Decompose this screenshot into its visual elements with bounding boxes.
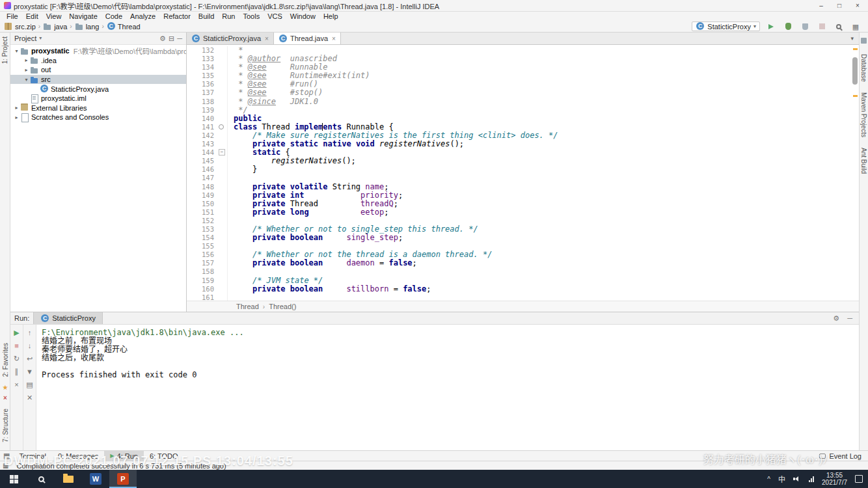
tree-arrow-icon[interactable]: ▸ — [13, 105, 20, 111]
line-number[interactable]: 145 — [187, 157, 217, 165]
menu-window[interactable]: Window — [286, 12, 319, 20]
gutter-area[interactable] — [217, 63, 228, 72]
gutter-area[interactable] — [217, 55, 228, 63]
search-button[interactable] — [27, 470, 55, 488]
close-icon[interactable]: × — [332, 35, 336, 42]
action-center-icon[interactable] — [855, 475, 863, 483]
chevron-down-icon[interactable]: ▾ — [39, 34, 42, 43]
powerpoint-icon[interactable]: P — [109, 470, 137, 488]
line-number[interactable]: 134 — [187, 63, 217, 72]
breadcrumb-item-src-zip[interactable]: src.zip — [4, 22, 36, 31]
line-number[interactable]: 148 — [187, 183, 217, 191]
event-log-button[interactable]: Event Log — [819, 452, 868, 460]
tool-window-button-0-messages[interactable]: 0: Messages — [52, 451, 104, 461]
menu-vcs[interactable]: VCS — [264, 12, 286, 20]
gutter-area[interactable] — [217, 277, 228, 285]
gutter-area[interactable] — [217, 208, 228, 217]
gutter-area[interactable] — [217, 131, 228, 140]
menu-analyze[interactable]: Analyze — [126, 12, 159, 20]
network-icon[interactable] — [809, 476, 814, 482]
tree-arrow-icon[interactable]: ▸ — [23, 57, 30, 63]
print-button[interactable]: ▤ — [25, 380, 34, 389]
editor[interactable]: StaticticProxy.java×Thread.java×▾ 132 *1… — [187, 33, 859, 312]
gutter-area[interactable] — [217, 46, 228, 55]
tree-item-src[interactable]: ▾src — [10, 75, 186, 85]
settings-gear-icon[interactable]: ⚙ — [833, 314, 839, 323]
tree-item-external-libraries[interactable]: ▸External Libraries — [10, 103, 186, 113]
gutter-area[interactable] — [217, 242, 228, 251]
tree-item-scratches-and-consoles[interactable]: ▸Scratches and Consoles — [10, 113, 186, 122]
tree-item-proxystatic[interactable]: ▾proxystaticF:\教学\班级\Demo\代码\lambda\prox… — [10, 46, 186, 56]
close-button[interactable]: × — [12, 380, 21, 389]
menu-help[interactable]: Help — [319, 12, 342, 20]
editor-tab-thread-java[interactable]: Thread.java× — [274, 33, 341, 44]
gutter-area[interactable] — [217, 115, 228, 123]
console-output[interactable]: F:\Environment\java\jdk1.8\bin\java.exe … — [36, 325, 859, 450]
gutter-area[interactable] — [217, 80, 228, 88]
line-number[interactable]: 138 — [187, 98, 217, 106]
run-config-select[interactable]: StaticticProxy ▾ — [692, 21, 760, 31]
implement-marker-icon[interactable] — [219, 124, 224, 129]
gutter-area[interactable]: − — [217, 148, 228, 157]
taskbar-clock[interactable]: 13:55 2021/7/7 — [822, 472, 847, 486]
breadcrumb-class[interactable]: Thread — [236, 303, 259, 310]
menu-navigate[interactable]: Navigate — [65, 12, 101, 20]
line-number[interactable]: 139 — [187, 106, 217, 115]
gutter-area[interactable] — [217, 140, 228, 148]
line-number[interactable]: 150 — [187, 200, 217, 208]
gutter-area[interactable] — [217, 174, 228, 182]
line-number[interactable]: 136 — [187, 80, 217, 88]
rerun-button[interactable]: ▶ — [12, 328, 21, 337]
menu-code[interactable]: Code — [102, 12, 126, 20]
line-number[interactable]: 151 — [187, 208, 217, 217]
gutter-area[interactable] — [217, 106, 228, 115]
gutter-area[interactable] — [217, 225, 228, 234]
line-number[interactable]: 149 — [187, 191, 217, 200]
fold-icon[interactable]: − — [219, 149, 225, 156]
menu-file[interactable]: File — [3, 12, 22, 20]
breadcrumb-item-thread[interactable]: Thread — [107, 22, 141, 31]
tool-window-button-4-run[interactable]: ▶4: Run — [104, 451, 144, 461]
line-number[interactable]: 156 — [187, 251, 217, 259]
line-number[interactable]: 160 — [187, 285, 217, 293]
gutter-area[interactable] — [217, 165, 228, 174]
tab-overflow-icon[interactable]: ▾ — [845, 33, 859, 44]
gutter-area[interactable] — [217, 123, 228, 131]
editor-tab-staticticproxy-java[interactable]: StaticticProxy.java× — [187, 33, 274, 44]
line-number[interactable]: 142 — [187, 131, 217, 140]
tool-stripe-favorites[interactable]: 2: Favorites — [2, 343, 9, 377]
minimize-button[interactable]: – — [812, 2, 830, 9]
line-number[interactable]: 141 — [187, 123, 217, 131]
tree-item-idea[interactable]: ▸.idea — [10, 56, 186, 66]
up-stacktrace-button[interactable]: ↑ — [25, 328, 34, 337]
gutter-area[interactable] — [217, 200, 228, 208]
menu-run[interactable]: Run — [218, 12, 239, 20]
scroll-to-end-button[interactable]: ▼ — [25, 367, 34, 376]
line-number[interactable]: 152 — [187, 217, 217, 225]
gutter-area[interactable] — [217, 157, 228, 165]
run-button[interactable] — [765, 21, 777, 32]
gutter-area[interactable] — [217, 183, 228, 191]
coverage-button[interactable] — [799, 21, 811, 32]
settings-gear-icon[interactable]: ⚙ — [159, 34, 166, 43]
gutter-area[interactable] — [217, 251, 228, 259]
maximize-button[interactable]: □ — [830, 2, 848, 9]
restart-button[interactable]: ↻ — [12, 354, 21, 363]
gutter-area[interactable] — [217, 285, 228, 293]
gutter-area[interactable] — [217, 98, 228, 106]
close-icon[interactable]: × — [265, 35, 269, 42]
tree-item-staticticproxy-java[interactable]: StaticticProxy.java — [10, 84, 186, 94]
gutter-area[interactable] — [217, 234, 228, 242]
line-number[interactable]: 144 — [187, 148, 217, 157]
gutter-area[interactable] — [217, 217, 228, 225]
gutter-area[interactable] — [217, 259, 228, 267]
line-number[interactable]: 143 — [187, 140, 217, 148]
tool-stripe-project[interactable]: 1: Project — [1, 36, 8, 64]
line-number[interactable]: 147 — [187, 174, 217, 182]
search-everywhere-button[interactable] — [833, 21, 845, 32]
pause-button[interactable]: ∥ — [12, 367, 21, 376]
tool-window-grid-icon[interactable]: ▦ — [3, 462, 8, 469]
line-number[interactable]: 133 — [187, 55, 217, 63]
tree-arrow-icon[interactable]: ▸ — [23, 67, 30, 73]
gutter-area[interactable] — [217, 293, 228, 301]
